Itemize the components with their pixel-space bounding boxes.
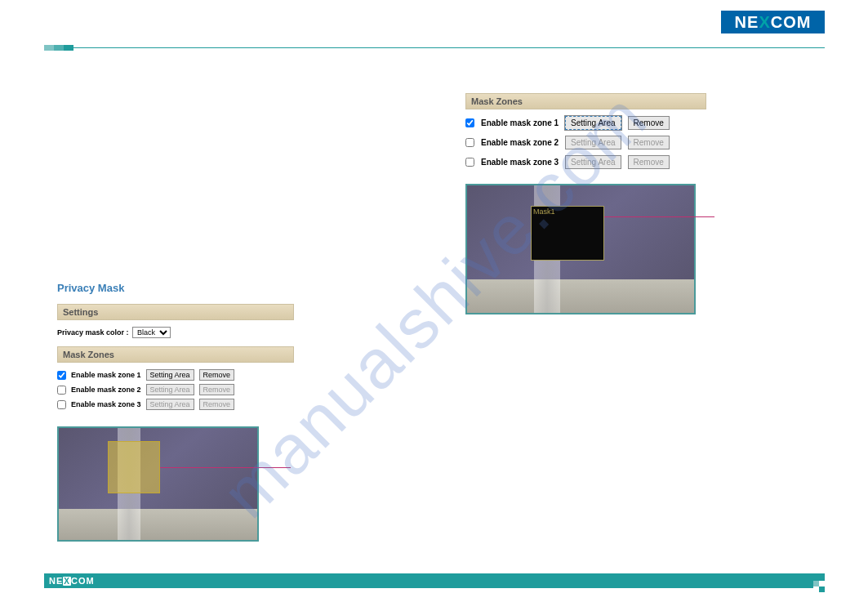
preview-floor-right bbox=[467, 279, 694, 313]
mask-zone-1-setting-button-right[interactable]: Setting Area bbox=[565, 116, 621, 130]
settings-header: Settings bbox=[57, 304, 294, 320]
mask-zone-2-setting-button-right: Setting Area bbox=[565, 136, 621, 149]
mask-zone-3-remove-button-right: Remove bbox=[628, 155, 670, 169]
mask-color-select[interactable]: Black bbox=[132, 327, 171, 338]
mask-zone-row-3-right: Enable mask zone 3 Setting Area Remove bbox=[465, 155, 706, 169]
mask-zone-2-label-right: Enable mask zone 2 bbox=[481, 138, 559, 147]
preview-right: Mask1 bbox=[465, 184, 696, 314]
footer-bar: NEXCOM bbox=[44, 573, 825, 588]
mask-zone-2-setting-button: Setting Area bbox=[146, 384, 194, 395]
mask-zones-header-left: Mask Zones bbox=[57, 346, 294, 363]
decor-squares-footer bbox=[813, 581, 825, 592]
mask-zones-panel-right: Mask Zones Enable mask zone 1 Setting Ar… bbox=[465, 93, 706, 314]
privacy-mask-panel: Privacy Mask Settings Privacy mask color… bbox=[57, 282, 294, 542]
mask-zone-3-checkbox-right[interactable] bbox=[465, 158, 474, 167]
footer-logo-text: NEXCOM bbox=[49, 576, 95, 586]
preview-left bbox=[57, 426, 259, 542]
mask-zone-2-label: Enable mask zone 2 bbox=[71, 386, 141, 394]
mask-color-label: Privacy mask color : bbox=[57, 328, 129, 337]
mask-zone-3-label: Enable mask zone 3 bbox=[71, 400, 141, 408]
mask-zone-1-checkbox-right[interactable] bbox=[465, 118, 474, 127]
mask-color-row: Privacy mask color : Black bbox=[57, 327, 294, 338]
mask-zone-row-1: Enable mask zone 1 Setting Area Remove bbox=[57, 369, 294, 381]
mask-zone-3-setting-button-right: Setting Area bbox=[565, 155, 621, 169]
brand-logo: NEXCOM bbox=[721, 11, 825, 33]
brand-logo-text: NEXCOM bbox=[735, 13, 812, 32]
mask-zone-row-2: Enable mask zone 2 Setting Area Remove bbox=[57, 384, 294, 395]
decor-squares-top bbox=[44, 45, 73, 51]
preview-floor bbox=[59, 509, 257, 540]
decor-line-top bbox=[73, 47, 825, 48]
mask-zone-2-checkbox-right[interactable] bbox=[465, 138, 474, 147]
mask-zone-3-setting-button: Setting Area bbox=[146, 399, 194, 410]
mask-zone-1-remove-button[interactable]: Remove bbox=[199, 369, 235, 381]
callout-line-right bbox=[604, 216, 714, 217]
mask-zone-2-remove-button: Remove bbox=[199, 384, 235, 395]
callout-line-left bbox=[160, 467, 291, 468]
mask-zone-row-2-right: Enable mask zone 2 Setting Area Remove bbox=[465, 136, 706, 149]
mask-zone-3-checkbox[interactable] bbox=[57, 400, 66, 409]
mask-zone-3-label-right: Enable mask zone 3 bbox=[481, 158, 559, 167]
mask-zone-2-remove-button-right: Remove bbox=[628, 136, 670, 149]
mask-zone-1-remove-button-right[interactable]: Remove bbox=[628, 116, 670, 130]
mask-zone-1-label-right: Enable mask zone 1 bbox=[481, 118, 559, 127]
mask-region-yellow[interactable] bbox=[108, 441, 160, 493]
panel-title: Privacy Mask bbox=[57, 282, 294, 294]
mask-region-label: Mask1 bbox=[533, 207, 555, 216]
mask-zone-1-setting-button[interactable]: Setting Area bbox=[146, 369, 194, 381]
mask-zone-row-3: Enable mask zone 3 Setting Area Remove bbox=[57, 399, 294, 410]
mask-zone-3-remove-button: Remove bbox=[199, 399, 235, 410]
mask-zones-header-right: Mask Zones bbox=[465, 93, 706, 109]
mask-region-black[interactable]: Mask1 bbox=[531, 206, 604, 261]
mask-zone-2-checkbox[interactable] bbox=[57, 386, 66, 395]
mask-zone-1-checkbox[interactable] bbox=[57, 371, 66, 380]
mask-zone-row-1-right: Enable mask zone 1 Setting Area Remove bbox=[465, 116, 706, 130]
mask-zone-1-label: Enable mask zone 1 bbox=[71, 371, 141, 379]
